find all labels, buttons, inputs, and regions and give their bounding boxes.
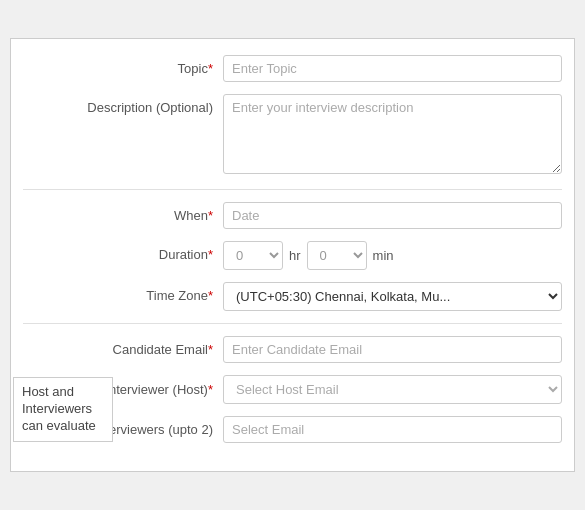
- timezone-row: Time Zone* (UTC+05:30) Chennai, Kolkata,…: [23, 282, 562, 311]
- tooltip-box: Host and Interviewers can evaluate: [13, 377, 113, 442]
- timezone-field: (UTC+05:30) Chennai, Kolkata, Mu...: [223, 282, 562, 311]
- description-textarea[interactable]: [223, 94, 562, 174]
- when-row: When*: [23, 202, 562, 229]
- timezone-select[interactable]: (UTC+05:30) Chennai, Kolkata, Mu...: [223, 282, 562, 311]
- duration-required: *: [208, 247, 213, 262]
- topic-label-text: Topic: [178, 61, 208, 76]
- timezone-required: *: [208, 288, 213, 303]
- when-label-text: When: [174, 208, 208, 223]
- additional-interviewers-input[interactable]: [223, 416, 562, 443]
- description-label-text: Description (Optional): [87, 100, 213, 115]
- tooltip-text: Host and Interviewers can evaluate: [22, 384, 96, 433]
- duration-controls: 01234 hr 0153045 min: [223, 241, 562, 270]
- topic-row: Topic*: [23, 55, 562, 82]
- divider-1: [23, 189, 562, 190]
- hr-label: hr: [289, 248, 301, 263]
- topic-input[interactable]: [223, 55, 562, 82]
- primary-interviewer-required: *: [208, 382, 213, 397]
- topic-label: Topic*: [23, 55, 223, 76]
- timezone-label: Time Zone*: [23, 282, 223, 303]
- topic-required: *: [208, 61, 213, 76]
- host-email-select[interactable]: Select Host Email: [223, 375, 562, 404]
- additional-interviewers-field: [223, 416, 562, 443]
- duration-hr-select[interactable]: 01234: [223, 241, 283, 270]
- duration-min-select[interactable]: 0153045: [307, 241, 367, 270]
- description-label: Description (Optional): [23, 94, 223, 115]
- when-label: When*: [23, 202, 223, 223]
- candidate-email-label-text: Candidate Email: [113, 342, 208, 357]
- description-field: [223, 94, 562, 177]
- timezone-label-text: Time Zone: [146, 288, 208, 303]
- duration-label-text: Duration: [159, 247, 208, 262]
- duration-row: Duration* 01234 hr 0153045 min: [23, 241, 562, 270]
- duration-label: Duration*: [23, 241, 223, 262]
- candidate-email-row: Candidate Email*: [23, 336, 562, 363]
- candidate-email-field: [223, 336, 562, 363]
- candidate-email-required: *: [208, 342, 213, 357]
- when-field: [223, 202, 562, 229]
- duration-field: 01234 hr 0153045 min: [223, 241, 562, 270]
- candidate-email-label: Candidate Email*: [23, 342, 223, 357]
- candidate-email-input[interactable]: [223, 336, 562, 363]
- divider-2: [23, 323, 562, 324]
- min-label: min: [373, 248, 394, 263]
- description-row: Description (Optional): [23, 94, 562, 177]
- when-input[interactable]: [223, 202, 562, 229]
- form-container: Topic* Description (Optional) When* Dura…: [10, 38, 575, 472]
- when-required: *: [208, 208, 213, 223]
- primary-interviewer-field: Select Host Email: [223, 375, 562, 404]
- topic-field: [223, 55, 562, 82]
